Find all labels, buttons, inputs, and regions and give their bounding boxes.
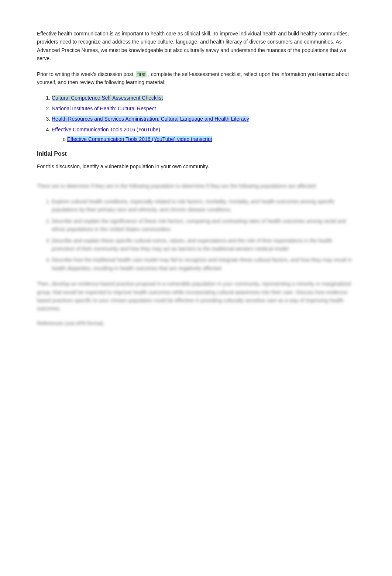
list-item-2: National Institutes of Health: Cultural … [52, 104, 355, 113]
intro-paragraph-2: Prior to writing this week's discussion … [37, 70, 355, 87]
resource-link-2[interactable]: National Institutes of Health: Cultural … [52, 106, 156, 111]
resource-link-3-text: Health Resources and Services Administra… [52, 116, 249, 122]
highlight-first: first [136, 71, 147, 77]
resource-link-3[interactable]: Health Resources and Services Administra… [52, 116, 249, 122]
page-content: Effective health communication is as imp… [37, 30, 355, 326]
sub-list-item-1: Effective Communication Tools 2016 (YouT… [63, 135, 355, 143]
list-item-1: Cultural Competence Self-Assessment Chec… [52, 94, 355, 102]
blurred-list-item-4: Describe how the traditional health care… [52, 256, 355, 272]
resource-link-1[interactable]: Cultural Competence Self-Assessment Chec… [52, 95, 163, 101]
blurred-body-text: Then, develop an evidence-based practice… [37, 280, 355, 313]
initial-post-paragraph: For this discussion, identify a vulnerab… [37, 162, 355, 170]
blurred-list: Explore cultural health conditions, espe… [52, 197, 355, 272]
initial-post-heading: Initial Post [37, 151, 355, 157]
blurred-list-item-2: Describe and explain the significance of… [52, 217, 355, 234]
prior-text-part1: Prior to writing this week's discussion … [37, 71, 135, 77]
blurred-content: There are to determine if they are in th… [37, 182, 355, 326]
resource-link-1-text: Cultural Competence Self-Assessment Chec… [52, 95, 163, 101]
intro-paragraph-1: Effective health communication is as imp… [37, 30, 355, 63]
blurred-list-item-3: Describe and explain these specific cult… [52, 237, 355, 253]
blurred-footer: References (use APA format) [37, 320, 355, 326]
sub-list: Effective Communication Tools 2016 (YouT… [63, 135, 355, 143]
resources-list: Cultural Competence Self-Assessment Chec… [52, 94, 355, 143]
list-item-3: Health Resources and Services Administra… [52, 115, 355, 123]
blurred-intro-text: There are to determine if they are in th… [37, 182, 355, 190]
list-item-4: Effective Communication Tools 2016 (YouT… [52, 125, 355, 144]
resource-link-4[interactable]: Effective Communication Tools 2016 (YouT… [52, 127, 160, 132]
resource-link-4-sub[interactable]: Effective Communication Tools 2016 (YouT… [67, 136, 212, 142]
blurred-list-item-1: Explore cultural health conditions, espe… [52, 197, 355, 214]
resource-link-4-sub-text: Effective Communication Tools 2016 (YouT… [67, 136, 212, 142]
